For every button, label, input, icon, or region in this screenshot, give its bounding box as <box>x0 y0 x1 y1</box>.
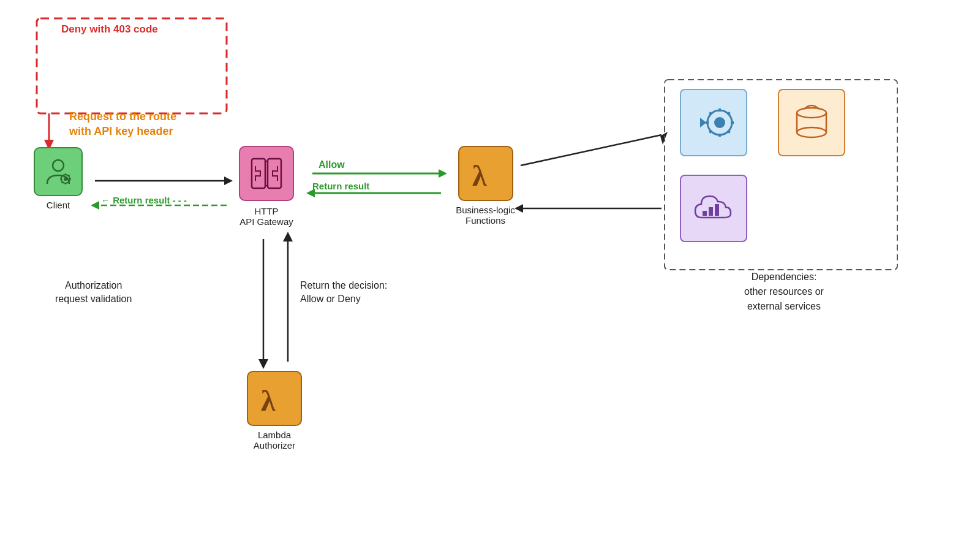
return-result-client-label: ← Return result - - - <box>101 195 187 205</box>
gateway-icon-box: HTTPAPI Gateway <box>224 146 309 227</box>
svg-rect-53 <box>709 207 713 216</box>
request-route-label: Request to the routewith API key header <box>69 109 176 139</box>
svg-line-43 <box>709 112 712 115</box>
svg-marker-6 <box>91 201 99 210</box>
dependency-icon-1 <box>680 89 747 156</box>
return-decision-label: Return the decision:Allow or Deny <box>300 279 387 306</box>
svg-point-51 <box>797 127 826 137</box>
svg-point-48 <box>797 108 826 118</box>
svg-marker-47 <box>700 118 706 127</box>
lambda-authorizer-label: LambdaAuthorizer <box>254 430 295 451</box>
dependency-icon-3 <box>680 175 747 242</box>
deny-403-label: Deny with 403 code <box>61 23 158 36</box>
svg-point-20 <box>53 160 64 171</box>
allow-label: Allow <box>318 159 345 170</box>
svg-rect-54 <box>715 204 719 216</box>
lambda-authorizer-icon-box: λ LambdaAuthorizer <box>235 371 314 451</box>
diagram-container: Deny with 403 code Request to the routew… <box>0 0 980 540</box>
svg-point-22 <box>64 177 67 181</box>
svg-marker-16 <box>258 359 268 369</box>
svg-text:λ: λ <box>472 159 487 192</box>
gateway-label: HTTPAPI Gateway <box>239 206 293 227</box>
svg-line-44 <box>728 131 730 133</box>
return-result-gateway-label: Return result <box>312 181 369 191</box>
svg-rect-32 <box>268 159 281 188</box>
svg-text:λ: λ <box>261 384 276 417</box>
svg-line-11 <box>521 135 662 165</box>
business-logic-icon-box: λ Business-logicFunctions <box>441 146 530 226</box>
svg-point-38 <box>714 117 725 128</box>
dependencies-label: Dependencies:other resources orexternal … <box>674 270 894 314</box>
svg-line-45 <box>709 131 712 133</box>
auth-validation-label: Authorizationrequest validation <box>55 279 132 306</box>
business-logic-label: Business-logicFunctions <box>456 205 515 226</box>
svg-marker-18 <box>283 232 293 241</box>
svg-line-46 <box>728 112 730 115</box>
svg-rect-52 <box>703 211 707 216</box>
dependency-icon-2 <box>778 89 845 156</box>
svg-rect-31 <box>252 159 265 188</box>
client-label: Client <box>47 200 70 210</box>
client-icon-box: Client <box>24 147 92 210</box>
